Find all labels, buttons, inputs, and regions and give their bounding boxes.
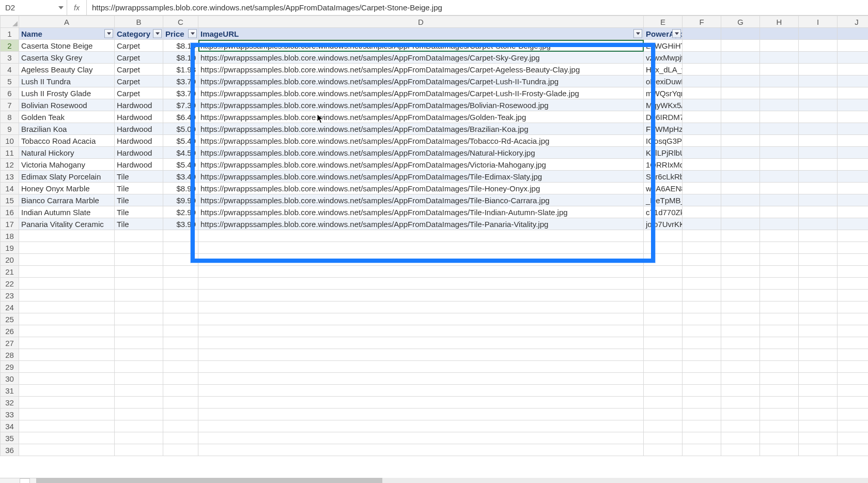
cell[interactable] — [163, 432, 198, 444]
cell[interactable] — [19, 290, 115, 301]
cell[interactable] — [799, 385, 838, 397]
cell[interactable] — [115, 409, 163, 420]
cell[interactable] — [760, 171, 799, 183]
cell[interactable] — [838, 28, 869, 40]
cell[interactable] — [198, 278, 644, 290]
cell-price[interactable]: $1.98 — [163, 64, 198, 76]
cell-price[interactable]: $8.99 — [163, 183, 198, 194]
cell[interactable] — [799, 301, 838, 313]
header-name[interactable]: Name — [19, 28, 115, 40]
cell[interactable] — [115, 242, 163, 254]
cell-imageurl[interactable]: https://pwrappssamples.blob.core.windows… — [198, 183, 644, 194]
row-header-32[interactable]: 32 — [1, 397, 19, 409]
cell[interactable] — [644, 373, 683, 385]
cell[interactable] — [163, 397, 198, 409]
select-all-button[interactable] — [1, 16, 19, 28]
cell[interactable] — [721, 171, 760, 183]
cell[interactable] — [838, 111, 869, 123]
cell[interactable] — [838, 171, 869, 183]
cell[interactable] — [799, 397, 838, 409]
cell[interactable] — [721, 218, 760, 230]
cell[interactable] — [799, 266, 838, 278]
cell[interactable] — [838, 40, 869, 52]
cell[interactable] — [721, 397, 760, 409]
cell[interactable] — [721, 432, 760, 444]
cell[interactable] — [838, 87, 869, 99]
cell[interactable] — [838, 135, 869, 147]
sheet-tab[interactable] — [20, 478, 30, 483]
cell-imageurl[interactable]: https://pwrappssamples.blob.core.windows… — [198, 40, 644, 52]
cell[interactable] — [19, 278, 115, 290]
cell[interactable] — [163, 266, 198, 278]
cell[interactable] — [115, 385, 163, 397]
col-header-D[interactable]: D — [198, 16, 644, 28]
cell[interactable] — [683, 444, 721, 456]
row-header-34[interactable]: 34 — [1, 420, 19, 432]
cell[interactable] — [838, 278, 869, 290]
row-header-33[interactable]: 33 — [1, 409, 19, 420]
cell[interactable] — [198, 313, 644, 325]
cell[interactable] — [799, 242, 838, 254]
cell-powerappsid[interactable]: vzwxMwpjtF4 — [644, 52, 683, 64]
cell-category[interactable]: Carpet — [115, 40, 163, 52]
cell[interactable] — [721, 230, 760, 242]
cell[interactable] — [19, 409, 115, 420]
cell[interactable] — [115, 337, 163, 349]
cell[interactable] — [19, 385, 115, 397]
row-header-13[interactable]: 13 — [1, 171, 19, 183]
cell-price[interactable]: $2.99 — [163, 206, 198, 218]
cell[interactable] — [683, 40, 721, 52]
cell[interactable] — [198, 337, 644, 349]
cell[interactable] — [683, 52, 721, 64]
cell[interactable] — [799, 218, 838, 230]
cell[interactable] — [163, 278, 198, 290]
cell[interactable] — [683, 76, 721, 87]
cell-category[interactable]: Tile — [115, 183, 163, 194]
cell-category[interactable]: Hardwood — [115, 123, 163, 135]
cell-price[interactable]: $3.49 — [163, 171, 198, 183]
cell-powerappsid[interactable]: Sbr6cLkRb9U — [644, 171, 683, 183]
row-header-10[interactable]: 10 — [1, 135, 19, 147]
cell[interactable] — [721, 194, 760, 206]
cell[interactable] — [838, 266, 869, 278]
row-header-27[interactable]: 27 — [1, 337, 19, 349]
cell[interactable] — [799, 64, 838, 76]
cell[interactable] — [799, 123, 838, 135]
cell[interactable] — [19, 313, 115, 325]
cell[interactable] — [838, 230, 869, 242]
cell-name[interactable]: Brazilian Koa — [19, 123, 115, 135]
cell[interactable] — [163, 349, 198, 361]
cell[interactable] — [163, 361, 198, 373]
cell[interactable] — [115, 254, 163, 266]
cell[interactable] — [760, 135, 799, 147]
formula-input[interactable] — [87, 0, 868, 15]
cell-powerappsid[interactable]: wdA6AEN8to — [644, 183, 683, 194]
cell-name[interactable]: Bolivian Rosewood — [19, 99, 115, 111]
row-header-31[interactable]: 31 — [1, 385, 19, 397]
cell[interactable] — [838, 397, 869, 409]
row-header-22[interactable]: 22 — [1, 278, 19, 290]
row-header-35[interactable]: 35 — [1, 432, 19, 444]
cell[interactable] — [799, 254, 838, 266]
cell[interactable] — [760, 194, 799, 206]
cell-category[interactable]: Hardwood — [115, 111, 163, 123]
cell[interactable] — [799, 147, 838, 159]
cell[interactable] — [799, 87, 838, 99]
cell[interactable] — [760, 301, 799, 313]
cell[interactable] — [683, 254, 721, 266]
cell-powerappsid[interactable]: D06IRDM7Ap4 — [644, 111, 683, 123]
cell[interactable] — [683, 147, 721, 159]
cell[interactable] — [683, 171, 721, 183]
cell-powerappsid[interactable]: FTWMpHzAmxE — [644, 123, 683, 135]
cell[interactable] — [163, 444, 198, 456]
cell[interactable] — [760, 444, 799, 456]
name-box[interactable]: D2 — [0, 0, 67, 15]
cell[interactable] — [198, 242, 644, 254]
cell[interactable] — [115, 432, 163, 444]
cell[interactable] — [19, 444, 115, 456]
cell-category[interactable]: Hardwood — [115, 159, 163, 171]
cell[interactable] — [760, 361, 799, 373]
cell[interactable] — [721, 420, 760, 432]
cell-powerappsid[interactable]: _DeTpMB_hWs — [644, 194, 683, 206]
cell[interactable] — [721, 242, 760, 254]
